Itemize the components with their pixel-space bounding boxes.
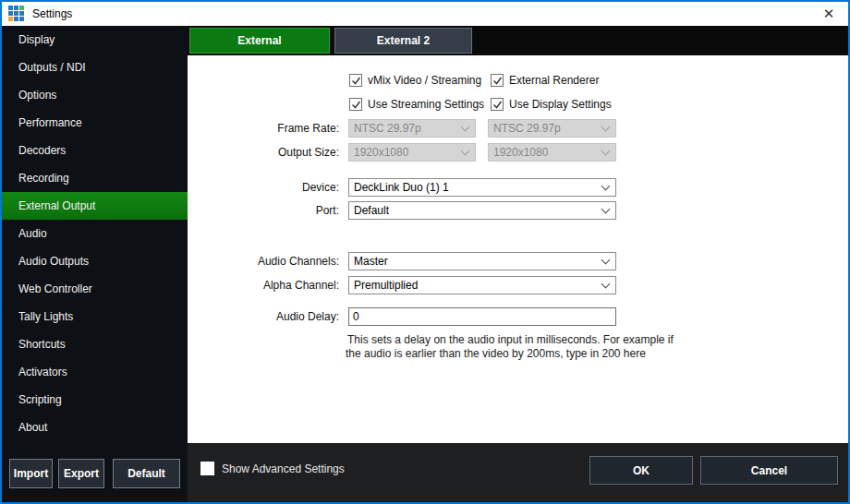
sidebar-item-scripting[interactable]: Scripting: [2, 386, 188, 414]
window-title: Settings: [32, 7, 72, 20]
default-button[interactable]: Default: [113, 459, 180, 488]
audio-delay-help-line-1: This sets a delay on the audio input in …: [347, 333, 674, 346]
frame-rate-dropdown-1: NTSC 29.97p: [348, 119, 476, 138]
main-panel: External External 2 vMix Video / Streami…: [188, 26, 848, 502]
ok-button[interactable]: OK: [589, 456, 693, 485]
external-renderer-checkbox[interactable]: [491, 74, 504, 87]
audio-delay-input[interactable]: [348, 307, 616, 326]
frame-rate-label: Frame Rate:: [188, 119, 339, 138]
show-advanced-settings-checkbox[interactable]: [200, 462, 214, 475]
sidebar-item-activators[interactable]: Activators: [2, 358, 188, 386]
output-size-dropdown-2: 1920x1080: [488, 143, 616, 162]
import-button[interactable]: Import: [9, 459, 53, 488]
device-dropdown[interactable]: DeckLink Duo (1) 1: [348, 178, 616, 197]
chevron-down-icon: [601, 146, 611, 155]
chevron-down-icon: [461, 146, 470, 155]
sidebar: Display Outputs / NDI Options Performanc…: [2, 26, 188, 502]
titlebar: Settings ✕: [2, 2, 848, 26]
use-streaming-settings-label: Use Streaming Settings: [368, 98, 484, 111]
audio-channels-dropdown[interactable]: Master: [348, 252, 616, 270]
sidebar-item-options[interactable]: Options: [2, 81, 188, 109]
settings-window: Settings ✕ Display Outputs / NDI Options…: [0, 0, 850, 504]
show-advanced-settings-label: Show Advanced Settings: [222, 462, 345, 475]
tab-strip: External External 2: [188, 26, 848, 55]
cancel-button[interactable]: Cancel: [700, 456, 838, 485]
output-size-label: Output Size:: [188, 143, 339, 162]
sidebar-item-about[interactable]: About: [2, 414, 188, 441]
sidebar-item-decoders[interactable]: Decoders: [2, 137, 188, 164]
tab-external-2[interactable]: External 2: [334, 28, 472, 54]
device-label: Device:: [188, 178, 339, 197]
vmix-logo-icon: [8, 6, 25, 22]
chevron-down-icon: [601, 204, 611, 213]
output-size-dropdown-1: 1920x1080: [348, 143, 476, 162]
audio-delay-label: Audio Delay:: [188, 307, 339, 326]
external-output-form: vMix Video / Streaming External Renderer…: [188, 55, 848, 443]
tab-external[interactable]: External: [189, 28, 330, 54]
external-renderer-label: External Renderer: [509, 74, 599, 87]
sidebar-item-performance[interactable]: Performance: [2, 109, 188, 137]
vmix-video-streaming-checkbox[interactable]: [349, 74, 362, 87]
vmix-video-streaming-label: vMix Video / Streaming: [368, 74, 481, 87]
chevron-down-icon: [601, 279, 611, 288]
sidebar-item-external-output[interactable]: External Output: [2, 192, 188, 220]
audio-delay-help-line-2: the audio is earlier than the video by 2…: [346, 347, 646, 360]
chevron-down-icon: [601, 181, 611, 190]
chevron-down-icon: [601, 255, 611, 264]
export-button[interactable]: Export: [58, 459, 104, 488]
port-dropdown[interactable]: Default: [348, 201, 616, 220]
sidebar-item-audio-outputs[interactable]: Audio Outputs: [2, 247, 188, 275]
sidebar-item-recording[interactable]: Recording: [2, 164, 188, 192]
sidebar-item-outputs-ndi[interactable]: Outputs / NDI: [2, 54, 188, 81]
alpha-channel-label: Alpha Channel:: [188, 276, 339, 294]
sidebar-item-shortcuts[interactable]: Shortcuts: [2, 330, 188, 358]
use-display-settings-label: Use Display Settings: [509, 98, 612, 111]
sidebar-item-web-controller[interactable]: Web Controller: [2, 275, 188, 303]
close-icon[interactable]: ✕: [815, 2, 843, 26]
use-display-settings-checkbox[interactable]: [491, 98, 504, 111]
audio-channels-label: Audio Channels:: [188, 252, 339, 270]
port-label: Port:: [188, 201, 339, 220]
frame-rate-dropdown-2: NTSC 29.97p: [488, 119, 616, 138]
sidebar-item-tally-lights[interactable]: Tally Lights: [2, 303, 188, 330]
dialog-footer: Show Advanced Settings OK Cancel: [188, 443, 848, 502]
alpha-channel-dropdown[interactable]: Premultiplied: [348, 276, 616, 294]
sidebar-item-display[interactable]: Display: [2, 26, 188, 54]
use-streaming-settings-checkbox[interactable]: [349, 98, 362, 111]
sidebar-item-audio[interactable]: Audio: [2, 220, 188, 247]
chevron-down-icon: [601, 122, 611, 131]
chevron-down-icon: [461, 122, 470, 131]
